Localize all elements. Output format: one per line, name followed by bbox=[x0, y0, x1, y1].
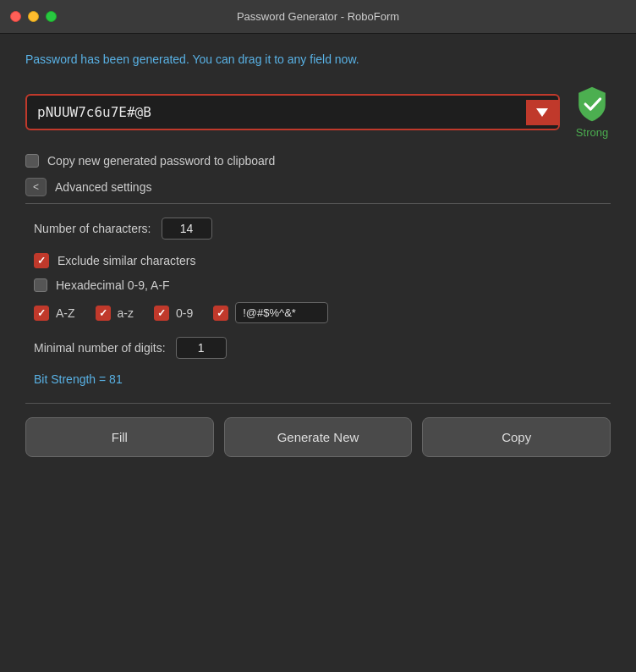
advanced-settings-label: Advanced settings bbox=[55, 180, 151, 194]
password-input[interactable] bbox=[27, 96, 526, 129]
bit-strength-text: Bit Strength = 81 bbox=[34, 372, 611, 386]
title-bar-buttons bbox=[10, 11, 57, 22]
checkmark-icon: ✓ bbox=[37, 256, 46, 266]
min-digits-input[interactable] bbox=[176, 337, 227, 359]
clipboard-checkbox[interactable] bbox=[25, 154, 39, 168]
char-option-az-lower: ✓ a-z bbox=[96, 306, 134, 321]
password-input-wrapper bbox=[25, 94, 560, 130]
clipboard-checkbox-row: Copy new generated password to clipboard bbox=[25, 154, 611, 168]
chevron-down-icon bbox=[536, 108, 548, 117]
char-option-special: ✓ bbox=[213, 302, 328, 323]
char-option-az-upper: ✓ A-Z bbox=[34, 306, 75, 321]
password-dropdown-button[interactable] bbox=[526, 100, 558, 125]
az-lower-checkbox[interactable]: ✓ bbox=[96, 306, 111, 321]
minimize-button[interactable] bbox=[28, 11, 39, 22]
az-lower-label: a-z bbox=[118, 306, 134, 320]
az-upper-label: A-Z bbox=[56, 306, 75, 320]
shield-icon bbox=[573, 85, 611, 123]
notice-text: Password has been generated. You can dra… bbox=[25, 51, 611, 69]
num-chars-row: Number of characters: bbox=[34, 218, 611, 240]
char-options-row: ✓ A-Z ✓ a-z ✓ 0-9 ✓ bbox=[34, 302, 611, 323]
hexadecimal-row: Hexadecimal 0-9, A-F bbox=[34, 278, 611, 292]
min-digits-label: Minimal number of digits: bbox=[34, 341, 166, 355]
close-button[interactable] bbox=[10, 11, 21, 22]
copy-button[interactable]: Copy bbox=[422, 417, 611, 457]
window-title: Password Generator - RoboForm bbox=[237, 10, 399, 23]
strength-label: Strong bbox=[576, 126, 608, 139]
num-chars-label: Number of characters: bbox=[34, 222, 151, 235]
min-digits-row: Minimal number of digits: bbox=[34, 337, 611, 359]
exclude-similar-row: ✓ Exclude similar characters bbox=[34, 253, 611, 268]
divider-top bbox=[25, 203, 611, 204]
num-chars-input[interactable] bbox=[162, 218, 212, 240]
exclude-similar-checkbox[interactable]: ✓ bbox=[34, 253, 49, 268]
special-checkbox[interactable]: ✓ bbox=[213, 306, 228, 321]
advanced-toggle-button[interactable]: < bbox=[25, 178, 47, 196]
strength-shield: Strong bbox=[573, 85, 611, 139]
divider-bottom bbox=[25, 403, 611, 404]
title-bar: Password Generator - RoboForm bbox=[0, 0, 636, 34]
digits-checkbox[interactable]: ✓ bbox=[154, 306, 169, 321]
main-content: Password has been generated. You can dra… bbox=[0, 34, 636, 474]
hexadecimal-label: Hexadecimal 0-9, A-F bbox=[56, 278, 170, 292]
hexadecimal-checkbox[interactable] bbox=[34, 278, 47, 292]
advanced-panel: Number of characters: ✓ Exclude similar … bbox=[25, 218, 611, 386]
special-chars-input[interactable] bbox=[235, 302, 328, 323]
clipboard-checkbox-label: Copy new generated password to clipboard bbox=[47, 154, 275, 168]
char-option-digits: ✓ 0-9 bbox=[154, 306, 193, 321]
fill-button[interactable]: Fill bbox=[25, 417, 214, 457]
az-upper-checkbox[interactable]: ✓ bbox=[34, 306, 49, 321]
footer-buttons: Fill Generate New Copy bbox=[25, 417, 611, 457]
generate-new-button[interactable]: Generate New bbox=[224, 417, 413, 457]
maximize-button[interactable] bbox=[46, 11, 57, 22]
digits-label: 0-9 bbox=[176, 306, 193, 320]
exclude-similar-label: Exclude similar characters bbox=[58, 254, 195, 267]
svg-marker-0 bbox=[536, 108, 548, 117]
password-row: Strong bbox=[25, 85, 611, 139]
advanced-toggle-row: < Advanced settings bbox=[25, 178, 611, 196]
